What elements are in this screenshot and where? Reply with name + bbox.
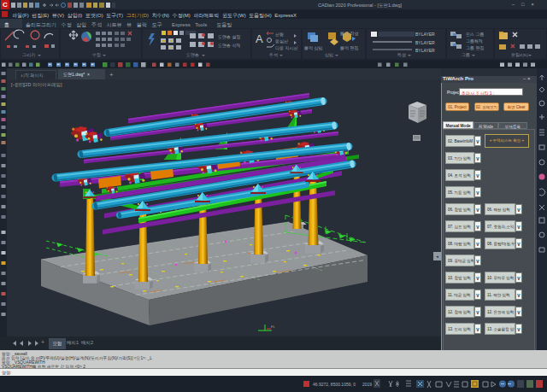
svg-text:2019: 2019 bbox=[362, 382, 372, 387]
svg-text:그룹 편집: 그룹 편집 bbox=[466, 45, 484, 50]
svg-text:인스 그룹: 인스 그룹 bbox=[466, 32, 484, 37]
svg-text:A: A bbox=[256, 32, 263, 45]
svg-text:도면층 삭제: 도면층 삭제 bbox=[218, 43, 240, 48]
svg-text:[−][뷰][2D 와이어프레임]: [−][뷰][2D 와이어프레임] bbox=[11, 82, 62, 87]
svg-text:BYLAYER: BYLAYER bbox=[415, 48, 435, 53]
svg-text:수정: 수정 bbox=[92, 52, 101, 58]
svg-text:특성: 특성 bbox=[397, 52, 406, 58]
svg-text:주석: 주석 bbox=[269, 52, 278, 57]
svg-text:BYLAYER: BYLAYER bbox=[415, 40, 435, 45]
svg-text:선형: 선형 bbox=[275, 32, 284, 37]
svg-text:도면층 설정: 도면층 설정 bbox=[218, 34, 240, 40]
svg-text:그룹: 그룹 bbox=[462, 52, 470, 57]
svg-text:블럭 편집: 블럭 편집 bbox=[340, 45, 358, 50]
svg-text:FL: FL bbox=[271, 325, 275, 329]
svg-text:그룹해제: 그룹해제 bbox=[466, 38, 483, 44]
svg-text:그리기: 그리기 bbox=[22, 52, 35, 57]
svg-text:다중 지시선: 다중 지시선 bbox=[275, 45, 297, 50]
svg-text:중심선: 중심선 bbox=[275, 38, 288, 44]
svg-text:도면층: 도면층 bbox=[186, 52, 199, 57]
svg-text:블럭 작성: 블럭 작성 bbox=[340, 31, 358, 37]
svg-text:BYLAYER: BYLAYER bbox=[415, 32, 435, 37]
svg-text:유틸리티: 유틸리티 bbox=[511, 52, 528, 57]
svg-text:블럭 삽입: 블럭 삽입 bbox=[304, 45, 322, 50]
svg-text:삽입: 삽입 bbox=[325, 52, 333, 57]
svg-text:46.9272, 8500.1059, 0: 46.9272, 8500.1059, 0 bbox=[313, 382, 356, 387]
